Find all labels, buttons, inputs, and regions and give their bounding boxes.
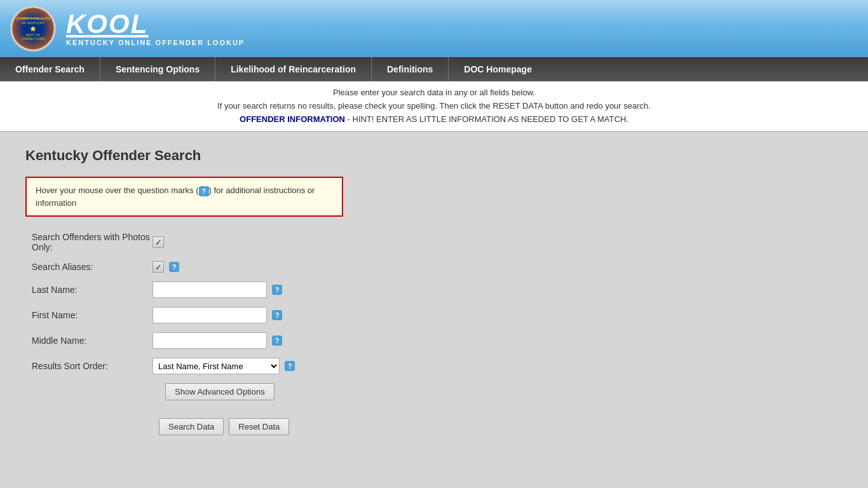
aliases-checkbox[interactable] — [153, 261, 164, 273]
search-data-button[interactable]: Search Data — [159, 418, 224, 435]
hint-text-before: Hover your mouse over the question marks… — [36, 186, 199, 195]
photos-only-checkbox[interactable] — [153, 236, 164, 248]
nav-likelihood-reincarceration[interactable]: Likelihood of Reincarceration — [215, 57, 371, 81]
show-advanced-options-button[interactable]: Show Advanced Options — [165, 383, 275, 400]
last-name-label: Last Name: — [25, 285, 153, 295]
nav-sentencing-options[interactable]: Sentencing Options — [100, 57, 215, 81]
sort-order-select[interactable]: Last Name, First Name First Name, Last N… — [153, 358, 280, 374]
advanced-options-row: Show Advanced Options — [159, 383, 843, 409]
photos-only-control — [153, 236, 164, 248]
first-name-input[interactable] — [153, 307, 267, 323]
header: COMMONWEALTH OF KENTUCKY ⭐ DEPT. OF CORR… — [0, 0, 868, 57]
middle-name-row: Middle Name: ? — [25, 332, 843, 349]
middle-name-input[interactable] — [153, 332, 267, 349]
brand-block: KOOL KENTUCKY ONLINE OFFENDER LOOKUP — [66, 11, 245, 46]
photos-only-row: Search Offenders with Photos Only: — [25, 232, 843, 252]
aliases-help-icon[interactable]: ? — [169, 262, 179, 272]
first-name-control: ? — [153, 307, 282, 323]
sort-order-row: Results Sort Order: Last Name, First Nam… — [25, 358, 843, 374]
action-buttons-row: Search Data Reset Data — [159, 418, 843, 435]
logo: COMMONWEALTH OF KENTUCKY ⭐ DEPT. OF CORR… — [10, 6, 56, 51]
info-line3: OFFENDER INFORMATION - HINT! ENTER AS LI… — [10, 113, 858, 126]
aliases-label: Search Aliases: — [25, 262, 153, 272]
navbar: Offender Search Sentencing Options Likel… — [0, 57, 868, 81]
aliases-control: ? — [153, 261, 179, 273]
brand-subtitle: KENTUCKY ONLINE OFFENDER LOOKUP — [66, 39, 245, 46]
first-name-label: First Name: — [25, 310, 153, 320]
main-content: Kentucky Offender Search Hover your mous… — [0, 132, 868, 488]
offender-info-link[interactable]: OFFENDER INFORMATION — [240, 114, 345, 124]
hint-box: Hover your mouse over the question marks… — [25, 177, 343, 217]
sort-order-label: Results Sort Order: — [25, 361, 153, 371]
hint-box-text: Hover your mouse over the question marks… — [36, 186, 315, 208]
photos-only-label: Search Offenders with Photos Only: — [25, 232, 153, 252]
page-title: Kentucky Offender Search — [25, 147, 843, 164]
last-name-help-icon[interactable]: ? — [272, 285, 282, 295]
last-name-control: ? — [153, 281, 282, 298]
first-name-row: First Name: ? — [25, 307, 843, 323]
hint-question-icon[interactable]: ? — [199, 186, 209, 196]
info-line2: If your search returns no results, pleas… — [10, 100, 858, 113]
brand-title: KOOL — [66, 11, 245, 37]
sort-order-control: Last Name, First Name First Name, Last N… — [153, 358, 295, 374]
reset-data-button[interactable]: Reset Data — [229, 418, 289, 435]
last-name-input[interactable] — [153, 281, 267, 298]
info-bar: Please enter your search data in any or … — [0, 81, 868, 132]
middle-name-control: ? — [153, 332, 282, 349]
last-name-row: Last Name: ? — [25, 281, 843, 298]
info-line3-suffix: - HINT! ENTER AS LITTLE INFORMATION AS N… — [348, 114, 628, 124]
nav-definitions[interactable]: Definitions — [372, 57, 448, 81]
first-name-help-icon[interactable]: ? — [272, 310, 282, 320]
search-form: Search Offenders with Photos Only: Searc… — [25, 232, 843, 435]
aliases-row: Search Aliases: ? — [25, 261, 843, 273]
info-line1: Please enter your search data in any or … — [10, 86, 858, 100]
nav-offender-search[interactable]: Offender Search — [0, 57, 100, 81]
nav-doc-homepage[interactable]: DOC Homepage — [449, 57, 547, 81]
sort-order-help-icon[interactable]: ? — [285, 361, 295, 371]
middle-name-label: Middle Name: — [25, 336, 153, 346]
middle-name-help-icon[interactable]: ? — [272, 336, 282, 346]
